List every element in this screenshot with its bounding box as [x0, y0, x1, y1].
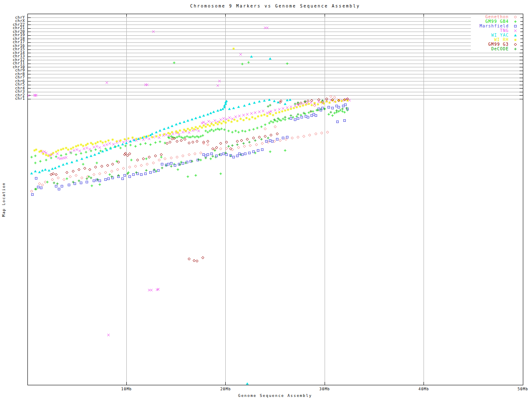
- legend-label: DeCODE: [491, 47, 509, 51]
- legend-marker-open-diamond-icon: [513, 15, 518, 19]
- series-wi-yac: [30, 55, 292, 385]
- x-tick-label-20Mb: 20Mb: [211, 387, 241, 391]
- series-gm99-gb4: [30, 61, 349, 190]
- legend-entry-tng: TNG: [471, 28, 520, 33]
- plot-border: [27, 14, 523, 385]
- legend-entry-marshfield: Marshfield: [471, 24, 520, 28]
- legend-entry-genethon: Genethon: [471, 15, 520, 19]
- legend-label: WI RH: [494, 38, 509, 42]
- legend-marker-star-icon: [513, 38, 518, 42]
- x-tick-label-50Mb: 50Mb: [508, 387, 532, 391]
- legend: GenethonGM99 GB4MarshfieldTNGWI YACWI RH…: [471, 15, 520, 51]
- legend-label: WI YAC: [491, 33, 509, 37]
- legend-entry-gm99-g3: GM99 G3: [471, 42, 520, 47]
- legend-marker-open-diamond-icon: [513, 42, 518, 47]
- legend-marker-filled-triangle-icon: [513, 33, 518, 37]
- legend-entry-wi-yac: WI YAC: [471, 33, 520, 37]
- legend-marker-boxed-square-icon: [513, 24, 518, 28]
- y-tick-label-chr1: chr1: [15, 97, 25, 101]
- series-tng: [27, 27, 351, 336]
- legend-label: TNG: [500, 29, 509, 33]
- legend-label: GM99 GB4: [485, 20, 509, 24]
- x-tick-label-40Mb: 40Mb: [409, 387, 439, 391]
- legend-entry-gm99-gb4: GM99 GB4: [471, 19, 520, 24]
- legend-label: GM99 G3: [488, 42, 509, 47]
- legend-marker-plus-icon: [513, 20, 518, 24]
- legend-marker-plus-icon: [513, 47, 518, 51]
- legend-label: Genethon: [485, 15, 509, 19]
- plot-area: [0, 0, 532, 399]
- legend-entry-wi-rh: WI RH: [471, 37, 520, 42]
- x-tick-label-10Mb: 10Mb: [111, 387, 141, 391]
- legend-entry-decode: DeCODE: [471, 47, 520, 51]
- legend-label: Marshfield: [480, 24, 509, 28]
- x-tick-label-30Mb: 30Mb: [310, 387, 340, 391]
- legend-marker-cross-icon: [513, 29, 518, 33]
- y-axis-tick-labels: chrYchrXchr22chr21chr20chr19chr18chr17ch…: [0, 0, 25, 399]
- x-axis-tick-labels: 10Mb20Mb30Mb40Mb50Mb: [0, 387, 532, 393]
- chart-canvas: Chromosome 9 Markers vs Genome Sequence …: [0, 0, 532, 399]
